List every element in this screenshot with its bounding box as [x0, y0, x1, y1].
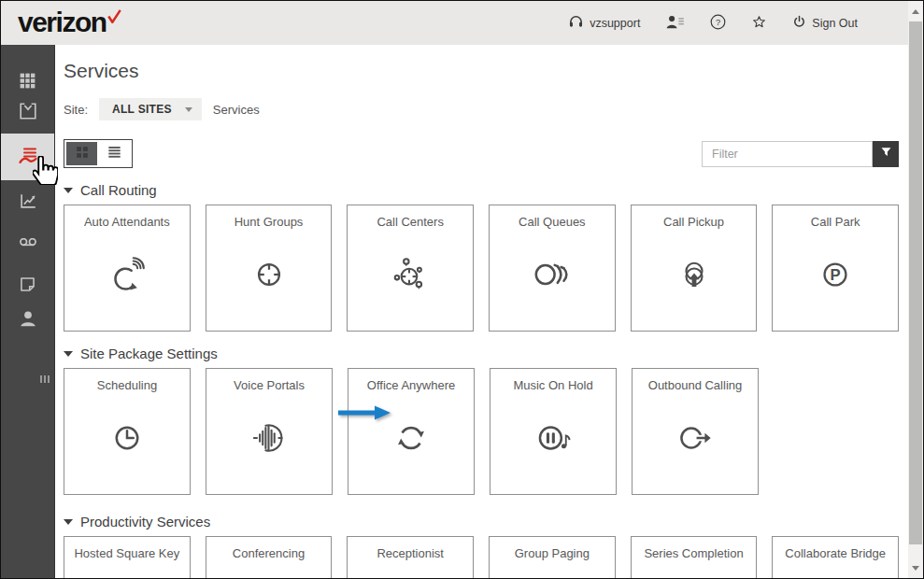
card-call-centers[interactable]: Call Centers	[347, 205, 474, 332]
card-label: Outbound Calling	[648, 378, 742, 392]
toolbar	[64, 139, 899, 168]
section-title: Site Package Settings	[80, 346, 218, 361]
power-icon	[792, 15, 806, 32]
username-label: vzsupport	[590, 17, 640, 30]
scheduling-clock-icon	[104, 392, 150, 494]
card-group-paging[interactable]: Group Paging	[489, 536, 616, 578]
card-label: Auto Attendants	[84, 215, 170, 229]
card-label: Music On Hold	[513, 378, 592, 392]
card-label: Call Centers	[377, 215, 444, 229]
card-outbound-calling[interactable]: Outbound Calling	[632, 368, 759, 495]
card-label: Scheduling	[97, 378, 157, 392]
auto-attendants-icon	[104, 229, 150, 331]
hunt-groups-icon	[246, 229, 292, 331]
card-label: Hunt Groups	[235, 215, 304, 229]
svg-text:P: P	[831, 265, 841, 283]
site-select-dropdown[interactable]: ALL SITES	[99, 98, 202, 120]
section-caret-icon	[64, 188, 73, 193]
card-label: Group Paging	[515, 546, 590, 560]
card-label: Office Anywhere	[367, 378, 455, 392]
list-view-icon	[107, 144, 122, 163]
music-on-hold-icon	[530, 392, 576, 494]
annotation-arrow	[337, 404, 391, 425]
current-user[interactable]: vzsupport	[568, 14, 640, 33]
vertical-scrollbar[interactable]	[908, 1, 923, 578]
favorites-button[interactable]	[751, 14, 767, 33]
card-series-completion[interactable]: Series Completion	[631, 536, 758, 578]
sidebar-item-notes[interactable]	[1, 267, 54, 304]
sidebar	[1, 45, 54, 578]
star-icon	[751, 14, 767, 33]
card-label: Hosted Square Key	[74, 546, 179, 560]
card-label: Conferencing	[233, 546, 305, 560]
grip-bars-icon	[39, 372, 50, 388]
scrollbar-thumb[interactable]	[909, 21, 922, 544]
office-anywhere-sync-icon	[388, 392, 434, 494]
inbox-icon	[18, 101, 38, 125]
section-header-productivity-services[interactable]: Productivity Services	[64, 512, 899, 531]
sign-out-label: Sign Out	[812, 17, 858, 30]
card-call-queues[interactable]: Call Queues	[489, 205, 616, 332]
section-caret-icon	[64, 519, 73, 525]
headset-icon	[568, 14, 584, 33]
filter-button[interactable]	[873, 141, 899, 167]
card-row-call-routing: Auto Attendants Hunt Groups Call Centers…	[64, 205, 899, 332]
card-label: Call Pickup	[663, 215, 724, 229]
card-row-productivity-services: Hosted Square Key Conferencing Reception…	[64, 536, 899, 578]
section-caret-icon	[64, 351, 73, 357]
app-window: verizon vzsupport ? Sign Out	[0, 0, 924, 579]
topbar-actions: vzsupport ? Sign Out	[568, 1, 858, 45]
list-view-button[interactable]	[99, 142, 130, 165]
card-collaborate-bridge[interactable]: Collaborate Bridge	[772, 536, 899, 578]
sidebar-item-services[interactable]	[1, 134, 54, 180]
card-music-on-hold[interactable]: Music On Hold	[490, 368, 617, 495]
page-title: Services	[64, 59, 899, 83]
services-icon	[17, 144, 39, 170]
card-label: Series Completion	[644, 546, 743, 560]
main-content: Services Site: ALL SITES Services	[54, 45, 908, 578]
call-queues-icon	[529, 229, 576, 331]
section-header-call-routing[interactable]: Call Routing	[64, 180, 899, 200]
verizon-logo-text: verizon	[18, 7, 107, 37]
card-voice-portals[interactable]: Voice Portals	[206, 368, 333, 495]
site-select-value: ALL SITES	[112, 103, 172, 116]
sidebar-item-users[interactable]	[1, 302, 54, 339]
card-label: Voice Portals	[234, 378, 305, 392]
user-list-icon	[665, 14, 685, 33]
scroll-down-icon[interactable]	[908, 561, 923, 574]
chevron-down-icon	[185, 107, 192, 112]
filter-input[interactable]	[702, 141, 873, 167]
card-hunt-groups[interactable]: Hunt Groups	[206, 205, 333, 332]
help-button[interactable]: ?	[710, 14, 726, 33]
verizon-check-icon	[107, 0, 121, 30]
card-conferencing[interactable]: Conferencing	[206, 536, 333, 578]
sidebar-item-inbox[interactable]	[1, 94, 54, 132]
card-label: Call Park	[811, 215, 860, 229]
view-toggle	[64, 139, 133, 168]
svg-text:?: ?	[716, 17, 720, 26]
card-receptionist[interactable]: Receptionist	[347, 536, 474, 578]
person-icon	[18, 308, 38, 332]
section-title: Call Routing	[80, 182, 157, 198]
grid-apps-icon	[18, 71, 37, 94]
section-title: Productivity Services	[80, 514, 210, 530]
card-scheduling[interactable]: Scheduling	[64, 368, 191, 495]
grid-view-button[interactable]	[66, 142, 97, 165]
user-list-button[interactable]	[665, 14, 685, 33]
sign-out-button[interactable]: Sign Out	[792, 15, 858, 32]
card-label: Call Queues	[519, 215, 586, 229]
card-office-anywhere[interactable]: Office Anywhere	[348, 368, 475, 495]
sidebar-item-analytics[interactable]	[1, 184, 54, 221]
card-call-park[interactable]: Call Park P	[772, 205, 899, 332]
card-hosted-square-key[interactable]: Hosted Square Key	[64, 536, 191, 578]
call-park-icon: P	[812, 229, 859, 331]
card-call-pickup[interactable]: Call Pickup	[631, 205, 758, 332]
card-auto-attendants[interactable]: Auto Attendants	[64, 205, 191, 332]
section-header-site-package-settings[interactable]: Site Package Settings	[64, 344, 899, 363]
topbar: verizon vzsupport ? Sign Out	[1, 1, 908, 45]
site-label: Site:	[64, 103, 88, 117]
sidebar-item-voicemail[interactable]	[1, 225, 54, 262]
voicemail-icon	[18, 232, 38, 256]
verizon-logo: verizon	[18, 7, 121, 38]
scroll-up-icon[interactable]	[908, 5, 923, 18]
